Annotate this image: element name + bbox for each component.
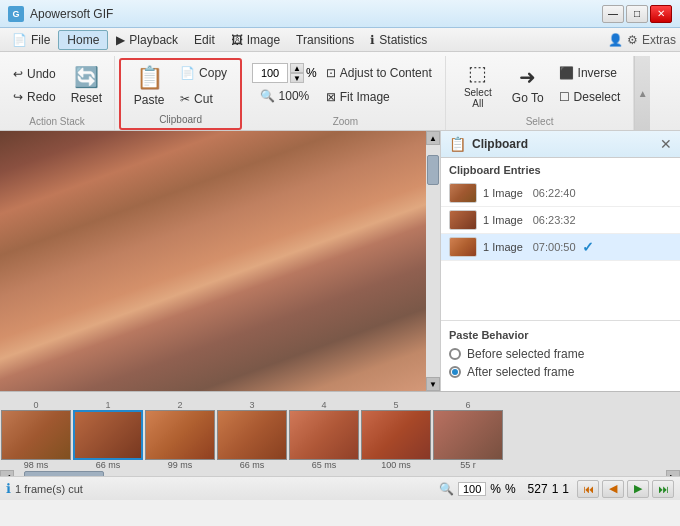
info-icon: ℹ bbox=[6, 481, 11, 496]
scroll-track-v[interactable] bbox=[426, 145, 440, 377]
entries-section-label: Clipboard Entries bbox=[441, 158, 680, 180]
zoom-up-arrow[interactable]: ▲ bbox=[290, 63, 304, 73]
film-frame-4[interactable]: 4 65 ms bbox=[289, 400, 359, 470]
title-bar: G Apowersoft GIF — □ ✕ bbox=[0, 0, 680, 28]
go-to-button[interactable]: ➜ Go To bbox=[506, 59, 550, 111]
filmstrip-container: 0 98 ms 1 66 ms 2 99 ms 3 66 ms 4 65 ms bbox=[0, 391, 680, 476]
menu-transitions[interactable]: Transitions bbox=[288, 30, 362, 50]
film-frame-5[interactable]: 5 100 ms bbox=[361, 400, 431, 470]
status-bar: ℹ 1 frame(s) cut 🔍 100 % % 527 1 1 ⏮ ◀ ▶… bbox=[0, 476, 680, 500]
undo-button[interactable]: ↩ Undo bbox=[6, 63, 63, 85]
select-all-button[interactable]: ⬚ Select All bbox=[452, 59, 504, 111]
menu-file[interactable]: 📄 File bbox=[4, 30, 58, 50]
entry-thumb-2 bbox=[449, 237, 477, 257]
frame-thumb-4 bbox=[289, 410, 359, 460]
fit-label: Fit Image bbox=[340, 90, 390, 104]
undo-icon: ↩ bbox=[13, 67, 23, 81]
status-width: 527 bbox=[528, 482, 548, 496]
canvas-area[interactable] bbox=[0, 131, 426, 391]
clipboard-entry-2[interactable]: 1 Image 07:00:50 ✓ bbox=[441, 234, 680, 261]
zoom-percent-btn[interactable]: 🔍 100% bbox=[253, 85, 317, 107]
clipboard-entry-0[interactable]: 1 Image 06:22:40 bbox=[441, 180, 680, 207]
paste-button[interactable]: 📋 Paste bbox=[127, 60, 171, 112]
zoom-buttons: ▲ ▼ % 🔍 100% ⊡ Adjust to Content ⊠ Fit bbox=[252, 56, 439, 114]
panel-title-text: Clipboard bbox=[472, 137, 528, 151]
deselect-icon: ☐ bbox=[559, 90, 570, 104]
film-frame-0[interactable]: 0 98 ms bbox=[1, 400, 71, 470]
menu-home[interactable]: Home bbox=[58, 30, 108, 50]
nav-prev-button[interactable]: ◀ bbox=[602, 480, 624, 498]
frame-number-4: 4 bbox=[289, 400, 359, 410]
ribbon-group-select: ⬚ Select All ➜ Go To ⬛ Inverse ☐ Deselec… bbox=[446, 56, 635, 130]
select-group-label: Select bbox=[452, 114, 628, 130]
deselect-button[interactable]: ☐ Deselect bbox=[552, 86, 628, 108]
film-frame-6[interactable]: 6 55 r bbox=[433, 400, 503, 470]
panel-header: 📋 Clipboard ✕ bbox=[441, 131, 680, 158]
adjust-to-content-button[interactable]: ⊡ Adjust to Content bbox=[319, 62, 439, 84]
status-zoom-percent: % bbox=[490, 482, 501, 496]
clipboard-panel: 📋 Clipboard ✕ Clipboard Entries 1 Image … bbox=[440, 131, 680, 391]
frame-number-2: 2 bbox=[145, 400, 215, 410]
menu-statistics-label: Statistics bbox=[379, 33, 427, 47]
nav-first-button[interactable]: ⏮ bbox=[577, 480, 599, 498]
frame-thumb-2 bbox=[145, 410, 215, 460]
nav-next-button[interactable]: ▶ bbox=[627, 480, 649, 498]
inverse-button[interactable]: ⬛ Inverse bbox=[552, 62, 628, 84]
frame-time-2: 99 ms bbox=[145, 460, 215, 470]
copy-cut-column: 📄 Copy ✂ Cut bbox=[173, 61, 234, 111]
reset-button[interactable]: 🔄 Reset bbox=[65, 59, 108, 111]
paste-after-label: After selected frame bbox=[467, 365, 574, 379]
paste-behavior-title: Paste Behavior bbox=[449, 329, 672, 341]
menu-home-label: Home bbox=[67, 33, 99, 47]
cut-icon: ✂ bbox=[180, 92, 190, 106]
copy-button[interactable]: 📄 Copy bbox=[173, 61, 234, 85]
status-height: 1 bbox=[562, 482, 569, 496]
zoom-percent: % bbox=[306, 66, 317, 80]
playback-icon: ▶ bbox=[116, 33, 125, 47]
film-frame-3[interactable]: 3 66 ms bbox=[217, 400, 287, 470]
menu-playback[interactable]: ▶ Playback bbox=[108, 30, 186, 50]
frame-number-3: 3 bbox=[217, 400, 287, 410]
nav-last-button[interactable]: ⏭ bbox=[652, 480, 674, 498]
frame-time-0: 98 ms bbox=[1, 460, 71, 470]
hscroll-right-button[interactable]: ▶ bbox=[666, 470, 680, 476]
ribbon-group-action-stack: ↩ Undo ↪ Redo 🔄 Reset Action Stack bbox=[0, 56, 115, 130]
hscroll-thumb[interactable] bbox=[24, 471, 104, 476]
zoom-arrows: ▲ ▼ bbox=[290, 63, 304, 83]
entry-count-1: 1 Image bbox=[483, 214, 523, 226]
scroll-up-button[interactable]: ▲ bbox=[426, 131, 440, 145]
panel-close-button[interactable]: ✕ bbox=[660, 136, 672, 152]
clipboard-buttons: 📋 Paste 📄 Copy ✂ Cut bbox=[127, 60, 234, 112]
menu-image[interactable]: 🖼 Image bbox=[223, 30, 288, 50]
file-icon: 📄 bbox=[12, 33, 27, 47]
panel-title-row: 📋 Clipboard bbox=[449, 136, 528, 152]
cut-button[interactable]: ✂ Cut bbox=[173, 87, 234, 111]
menu-statistics[interactable]: ℹ Statistics bbox=[362, 30, 435, 50]
redo-button[interactable]: ↪ Redo bbox=[6, 86, 63, 108]
statistics-icon: ℹ bbox=[370, 33, 375, 47]
close-button[interactable]: ✕ bbox=[650, 5, 672, 23]
ribbon-collapse-button[interactable]: ▲ bbox=[634, 56, 650, 130]
zoom-input[interactable] bbox=[252, 63, 288, 83]
zoom-percent-icon: 🔍 bbox=[260, 89, 275, 103]
copy-label: Copy bbox=[199, 66, 227, 80]
inverse-icon: ⬛ bbox=[559, 66, 574, 80]
app-icon: G bbox=[8, 6, 24, 22]
scroll-down-button[interactable]: ▼ bbox=[426, 377, 440, 391]
paste-after-radio[interactable]: After selected frame bbox=[449, 365, 672, 379]
extras-area: 👤 ⚙ Extras bbox=[608, 33, 676, 47]
paste-before-radio[interactable]: Before selected frame bbox=[449, 347, 672, 361]
clipboard-entry-1[interactable]: 1 Image 06:23:32 bbox=[441, 207, 680, 234]
fit-image-button[interactable]: ⊠ Fit Image bbox=[319, 86, 439, 108]
scroll-thumb-v[interactable] bbox=[427, 155, 439, 185]
extras-label[interactable]: Extras bbox=[642, 33, 676, 47]
hscroll-left-button[interactable]: ◀ bbox=[0, 470, 14, 476]
minimize-button[interactable]: — bbox=[602, 5, 624, 23]
hscroll-track[interactable] bbox=[14, 470, 666, 476]
film-frame-2[interactable]: 2 99 ms bbox=[145, 400, 215, 470]
zoom-down-arrow[interactable]: ▼ bbox=[290, 73, 304, 83]
menu-edit[interactable]: Edit bbox=[186, 30, 223, 50]
entry-count-2: 1 Image bbox=[483, 241, 523, 253]
maximize-button[interactable]: □ bbox=[626, 5, 648, 23]
film-frame-1[interactable]: 1 66 ms bbox=[73, 400, 143, 470]
